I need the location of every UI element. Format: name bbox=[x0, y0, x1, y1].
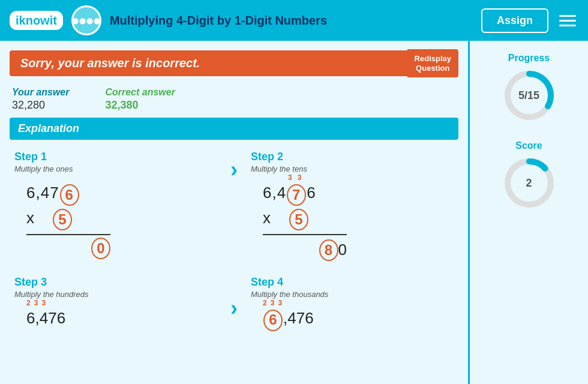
score-value: 2 bbox=[526, 177, 532, 190]
circled-5-step1: 5 bbox=[53, 209, 72, 230]
chevron-1: › bbox=[222, 148, 246, 265]
steps-row-1: Step 1 Multiply the ones 6,4 7 6 x 5 0 bbox=[10, 148, 458, 265]
progress-section: Progress 5/15 bbox=[502, 53, 556, 122]
step-4-title: Step 4 bbox=[251, 276, 454, 289]
carry-nums-step2: 3 3 bbox=[288, 172, 302, 184]
carry-3-s3: 3 bbox=[34, 298, 38, 309]
chevron-2-icon: › bbox=[230, 298, 238, 319]
digit-6b-s3: 6 bbox=[57, 306, 65, 331]
circled-7-step2: 7 bbox=[287, 184, 306, 206]
carry-2-s3: 2 bbox=[26, 298, 31, 309]
step-2-title: Step 2 bbox=[251, 151, 454, 163]
explanation-header: Explanation bbox=[10, 118, 458, 140]
digit-7: 7 bbox=[50, 181, 59, 206]
incorrect-message: Sorry, your answer is incorrect. bbox=[10, 50, 407, 76]
digit-7-s4: 7 bbox=[296, 306, 305, 331]
header: iknowit Multiplying 4-Digit by 1-Digit N… bbox=[0, 0, 588, 41]
step-2-result: 8 0 bbox=[263, 238, 347, 263]
circled-5-step2: 5 bbox=[289, 209, 308, 230]
x-operator-s2: x bbox=[263, 206, 271, 231]
step-1-title: Step 1 bbox=[14, 151, 217, 163]
main-content: Sorry, your answer is incorrect. Redispl… bbox=[0, 41, 588, 384]
step-2-subtitle: Multiply the tens bbox=[251, 164, 454, 173]
result-8-step2: 8 bbox=[319, 239, 338, 261]
step-1-line1: 6,4 7 6 bbox=[26, 181, 217, 206]
your-answer-col: Your answer 32,280 bbox=[12, 87, 69, 112]
digit-6k-s2: 6,4 bbox=[263, 181, 286, 206]
assign-button[interactable]: Assign bbox=[481, 8, 548, 33]
x-operator: x bbox=[26, 206, 34, 231]
chevron-2: › bbox=[222, 274, 246, 334]
redisplay-button[interactable]: RedisplayQuestion bbox=[407, 49, 458, 77]
step-1-result: 0 bbox=[26, 238, 110, 259]
carry-nums-step4: 2 3 3 bbox=[263, 298, 282, 309]
circled-6: 6 bbox=[60, 184, 79, 206]
page-title: Multiplying 4-Digit by 1-Digit Numbers bbox=[110, 14, 473, 28]
steps-row-2: Step 3 Multiply the hundreds 2 3 3 6,4 7… bbox=[10, 274, 458, 334]
step-4-math: 2 3 3 6 ,4 7 6 bbox=[251, 306, 454, 331]
score-donut: 2 bbox=[502, 156, 556, 210]
digit-7-s3: 7 bbox=[48, 306, 56, 331]
step-3: Step 3 Multiply the hundreds 2 3 3 6,4 7… bbox=[10, 274, 222, 334]
logo: iknowit bbox=[10, 11, 63, 30]
score-section: Score 2 bbox=[502, 140, 556, 210]
menu-line-2 bbox=[559, 20, 576, 22]
step-1-line2: x 5 bbox=[26, 206, 110, 236]
digit-6-s3: 6,4 bbox=[26, 306, 48, 331]
step-4-line1: 2 3 3 6 ,4 7 6 bbox=[263, 306, 454, 331]
correct-answer-value: 32,380 bbox=[105, 99, 175, 112]
carry-3-s4: 3 bbox=[271, 298, 275, 309]
your-answer-label: Your answer bbox=[12, 87, 69, 98]
film-reel-icon bbox=[71, 5, 101, 35]
carry-3b-s3: 3 bbox=[41, 298, 46, 309]
carry-2-s4: 2 bbox=[263, 298, 267, 309]
step-3-line1: 2 3 3 6,4 7 6 bbox=[26, 306, 217, 331]
chevron-1-icon: › bbox=[230, 159, 238, 181]
circled-6-step4: 6 bbox=[263, 310, 283, 331]
your-answer-value: 32,280 bbox=[12, 99, 69, 112]
progress-value: 5/15 bbox=[518, 89, 539, 102]
progress-label: Progress bbox=[508, 53, 550, 64]
carry-3-a: 3 bbox=[288, 172, 293, 184]
result-0-step2: 0 bbox=[338, 238, 347, 263]
correct-answer-label: Correct answer bbox=[105, 87, 175, 98]
step-1: Step 1 Multiply the ones 6,4 7 6 x 5 0 bbox=[10, 148, 222, 265]
answer-row: Your answer 32,280 Correct answer 32,380 bbox=[10, 83, 458, 118]
step-1-subtitle: Multiply the ones bbox=[14, 164, 217, 173]
menu-line-3 bbox=[559, 25, 576, 26]
feedback-banner: Sorry, your answer is incorrect. Redispl… bbox=[10, 49, 458, 77]
menu-button[interactable] bbox=[557, 13, 578, 29]
progress-donut: 5/15 bbox=[502, 68, 556, 122]
carry-nums-step3: 2 3 3 bbox=[26, 298, 46, 309]
correct-answer-col: Correct answer 32,380 bbox=[105, 87, 175, 112]
step-3-title: Step 3 bbox=[14, 276, 217, 289]
step-2-math: 3 3 6,4 7 6 x 5 8 0 bbox=[251, 181, 454, 263]
step-2-line1: 3 3 6,4 7 6 bbox=[263, 181, 454, 206]
step-3-math: 2 3 3 6,4 7 6 bbox=[14, 306, 217, 331]
result-0-step1: 0 bbox=[91, 238, 110, 259]
step-4: Step 4 Multiply the thousands 2 3 3 6 ,4… bbox=[246, 274, 458, 334]
digit-6-s2: 6 bbox=[307, 181, 316, 206]
step-1-math: 6,4 7 6 x 5 0 bbox=[14, 181, 217, 259]
score-label: Score bbox=[515, 140, 542, 151]
digit-4-s4: ,4 bbox=[283, 306, 296, 331]
digit-6k: 6,4 bbox=[26, 181, 50, 206]
step-2-line2: x 5 bbox=[263, 206, 347, 236]
carry-3-b: 3 bbox=[298, 172, 302, 184]
menu-line-1 bbox=[559, 15, 576, 17]
content-area: Sorry, your answer is incorrect. Redispl… bbox=[0, 41, 468, 384]
step-2: Step 2 Multiply the tens 3 3 6,4 7 6 bbox=[246, 148, 458, 265]
digit-6-s4-last: 6 bbox=[305, 306, 313, 331]
carry-3b-s4: 3 bbox=[278, 298, 282, 309]
logo-text: iknowit bbox=[16, 14, 57, 26]
sidebar: Progress 5/15 Score 2 bbox=[468, 41, 588, 384]
